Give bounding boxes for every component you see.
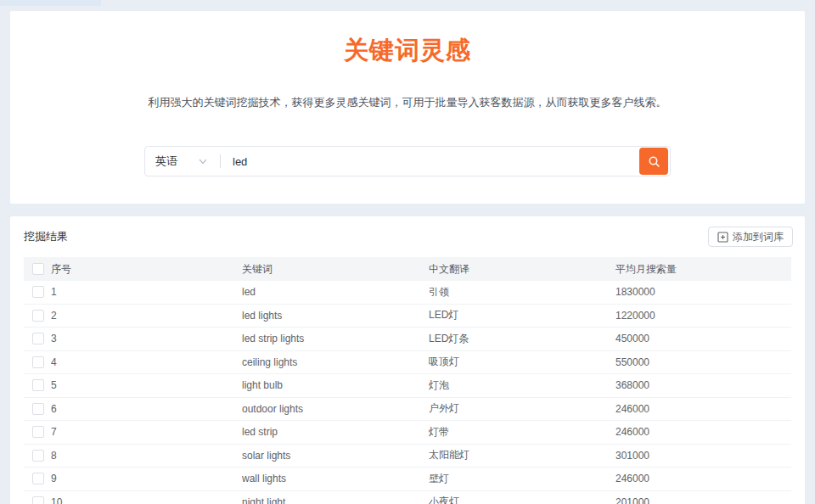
row-volume: 450000 <box>615 333 791 344</box>
table-row: 9 wall lights 壁灯 246000 <box>24 468 791 491</box>
row-keyword: wall lights <box>242 473 429 484</box>
row-index: 4 <box>51 356 242 368</box>
row-index: 9 <box>51 473 242 484</box>
row-checkbox-cell <box>24 473 51 484</box>
row-checkbox[interactable] <box>32 379 44 391</box>
table-row: 6 outdoor lights 户外灯 246000 <box>24 398 791 422</box>
table-row: 4 ceiling lights 吸顶灯 550000 <box>24 351 791 375</box>
row-index: 7 <box>51 426 242 438</box>
row-translation: LED灯 <box>429 308 615 322</box>
row-keyword: led <box>242 286 429 298</box>
search-button[interactable] <box>639 148 668 175</box>
row-index: 10 <box>51 496 242 504</box>
row-checkbox-cell <box>24 450 51 462</box>
table-row: 2 led lights LED灯 1220000 <box>24 305 791 328</box>
page-title: 关键词灵感 <box>10 34 805 68</box>
row-translation: 灯带 <box>429 425 615 440</box>
row-keyword: outdoor lights <box>242 403 429 415</box>
search-bar: 英语 <box>144 146 671 176</box>
row-checkbox[interactable] <box>32 356 44 368</box>
row-translation: 灯泡 <box>429 378 615 393</box>
add-button-label: 添加到词库 <box>733 230 784 244</box>
search-icon <box>648 155 660 168</box>
table-row: 10 night light 小夜灯 201000 <box>24 491 791 504</box>
row-checkbox[interactable] <box>32 450 44 462</box>
row-keyword: led strip lights <box>242 333 429 344</box>
results-header: 挖掘结果 添加到词库 <box>10 216 805 257</box>
table-body: 1 led 引领 1830000 2 led lights LED灯 12200… <box>24 281 791 504</box>
results-section-title: 挖掘结果 <box>24 229 68 244</box>
row-volume: 550000 <box>615 356 791 368</box>
row-keyword: solar lights <box>242 450 429 462</box>
table-row: 5 light bulb 灯泡 368000 <box>24 374 791 398</box>
add-to-thesaurus-button[interactable]: 添加到词库 <box>708 227 793 247</box>
row-volume: 201000 <box>615 496 791 504</box>
search-input[interactable] <box>221 147 639 176</box>
top-edge-strip <box>0 0 101 6</box>
add-to-library-icon <box>717 232 728 243</box>
row-checkbox-cell <box>24 426 51 438</box>
table-row: 7 led strip 灯带 246000 <box>24 421 791 445</box>
row-checkbox-cell <box>24 403 51 415</box>
col-header-translation: 中文翻译 <box>429 262 615 277</box>
table-header-row: 序号 关键词 中文翻译 平均月搜索量 <box>24 257 791 281</box>
row-keyword: light bulb <box>242 379 429 391</box>
results-card: 挖掘结果 添加到词库 序号 关键词 中文翻译 平均月搜索量 <box>10 216 805 504</box>
chevron-down-icon <box>198 156 208 166</box>
row-translation: 吸顶灯 <box>429 355 615 369</box>
row-index: 8 <box>51 450 242 462</box>
row-checkbox-cell <box>24 333 51 344</box>
row-volume: 246000 <box>615 473 791 484</box>
row-index: 3 <box>51 333 242 344</box>
row-volume: 246000 <box>615 426 791 438</box>
table-row: 8 solar lights 太阳能灯 301000 <box>24 445 791 468</box>
col-header-index: 序号 <box>51 262 242 277</box>
row-checkbox-cell <box>24 356 51 368</box>
row-checkbox[interactable] <box>32 496 44 504</box>
row-checkbox-cell <box>24 286 51 298</box>
select-all-checkbox[interactable] <box>32 263 44 275</box>
language-select[interactable]: 英语 <box>145 147 220 176</box>
row-checkbox[interactable] <box>32 310 44 322</box>
row-translation: 户外灯 <box>429 401 615 416</box>
row-translation: 壁灯 <box>429 472 615 486</box>
row-volume: 1220000 <box>615 310 791 322</box>
row-checkbox-cell <box>24 496 51 504</box>
row-translation: 太阳能灯 <box>429 448 615 462</box>
row-checkbox[interactable] <box>32 426 44 438</box>
row-checkbox[interactable] <box>32 333 44 344</box>
results-table: 序号 关键词 中文翻译 平均月搜索量 1 led 引领 1830000 <box>24 257 791 504</box>
row-keyword: night light <box>242 496 429 504</box>
page-subtitle: 利用强大的关键词挖掘技术，获得更多灵感关键词，可用于批量导入获客数据源，从而获取… <box>10 95 805 110</box>
header-checkbox-cell <box>24 263 51 275</box>
row-keyword: led strip <box>242 426 429 438</box>
row-checkbox[interactable] <box>32 473 44 484</box>
table-row: 3 led strip lights LED灯条 450000 <box>24 328 791 351</box>
row-volume: 301000 <box>615 450 791 462</box>
col-header-volume: 平均月搜索量 <box>615 262 791 277</box>
row-checkbox-cell <box>24 310 51 322</box>
row-translation: 小夜灯 <box>429 495 615 504</box>
row-volume: 1830000 <box>615 286 791 298</box>
row-checkbox[interactable] <box>32 403 44 415</box>
col-header-keyword: 关键词 <box>242 262 429 277</box>
row-index: 5 <box>51 379 242 391</box>
row-index: 2 <box>51 310 242 322</box>
language-selected-label: 英语 <box>155 154 198 169</box>
table-row: 1 led 引领 1830000 <box>24 281 791 305</box>
row-volume: 246000 <box>615 403 791 415</box>
row-keyword: led lights <box>242 310 429 322</box>
row-translation: LED灯条 <box>429 332 615 346</box>
row-volume: 368000 <box>615 379 791 391</box>
row-checkbox[interactable] <box>32 286 44 298</box>
row-checkbox-cell <box>24 379 51 391</box>
row-translation: 引领 <box>429 285 615 300</box>
row-index: 1 <box>51 286 242 298</box>
row-keyword: ceiling lights <box>242 356 429 368</box>
row-index: 6 <box>51 403 242 415</box>
hero-card: 关键词灵感 利用强大的关键词挖掘技术，获得更多灵感关键词，可用于批量导入获客数据… <box>10 11 805 204</box>
